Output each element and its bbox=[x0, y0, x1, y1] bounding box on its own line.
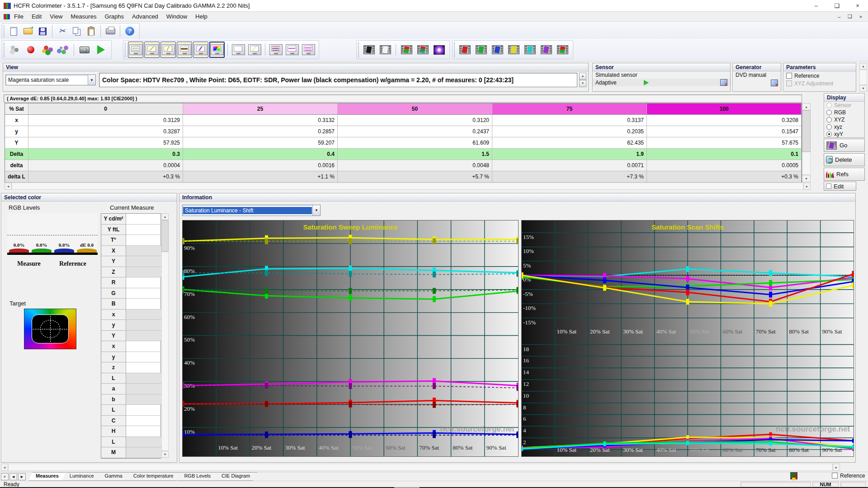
radio-icon[interactable] bbox=[826, 124, 832, 130]
go-button[interactable]: Go bbox=[824, 139, 865, 152]
view-magenta-lines-button[interactable] bbox=[301, 42, 316, 58]
view-cie-diagram-button[interactable] bbox=[209, 42, 225, 58]
table-cell[interactable]: 0.3137 bbox=[492, 115, 647, 126]
tab-cie-diagram[interactable]: CIE Diagram bbox=[214, 472, 257, 481]
column-header-0[interactable]: 0 bbox=[28, 103, 183, 115]
scroll-up-icon[interactable]: ▲ bbox=[161, 213, 169, 220]
measure-red-primary-button[interactable] bbox=[23, 42, 38, 58]
table-cell[interactable]: +7.3 % bbox=[492, 171, 647, 183]
view-selector[interactable]: Magenta saturation scale ▼ bbox=[5, 75, 96, 85]
mdi-close-button[interactable]: × bbox=[855, 13, 866, 21]
tab-next-button[interactable]: ► bbox=[18, 473, 26, 480]
new-file-button[interactable] bbox=[7, 24, 20, 38]
sensor-configure-icon[interactable] bbox=[720, 79, 727, 86]
scroll-right-icon[interactable]: ► bbox=[803, 183, 811, 190]
measure-black-level-button[interactable] bbox=[361, 42, 377, 58]
reference-checkbox[interactable] bbox=[786, 73, 792, 79]
table-cell[interactable]: 0.1 bbox=[647, 149, 802, 160]
table-cell[interactable]: 0.0048 bbox=[338, 160, 492, 171]
table-cell[interactable]: 0.0071 bbox=[492, 160, 647, 171]
print-button[interactable] bbox=[104, 24, 117, 38]
menu-view[interactable]: View bbox=[46, 12, 66, 21]
column-header-50[interactable]: 50 bbox=[338, 103, 492, 115]
table-cell[interactable]: 0.2035 bbox=[492, 126, 647, 137]
table-cell[interactable]: 62.435 bbox=[492, 137, 647, 149]
column-header-100[interactable]: 100 bbox=[647, 103, 802, 115]
radio-icon[interactable] bbox=[826, 117, 832, 122]
view-rgb-levels-button[interactable] bbox=[193, 42, 208, 58]
reference-toggle[interactable]: Reference bbox=[832, 473, 865, 479]
view-luminance-button[interactable] bbox=[144, 42, 160, 58]
measure-green-scale-button[interactable] bbox=[473, 42, 489, 58]
edit-button[interactable]: Edit bbox=[824, 182, 856, 191]
refs-button[interactable]: Refs bbox=[824, 168, 865, 181]
table-cell[interactable]: +1.1 % bbox=[183, 171, 338, 183]
table-cell[interactable]: 0.3287 bbox=[28, 126, 183, 137]
view-linear-scale-button[interactable] bbox=[247, 42, 262, 58]
radio-xyy[interactable]: xyY bbox=[824, 131, 864, 138]
table-vertical-scrollbar[interactable]: ▲ ▼ bbox=[802, 103, 811, 182]
measure-primaries-button[interactable] bbox=[399, 42, 414, 58]
graph-type-selector[interactable]: Saturation Luminance - Shift ▼ bbox=[182, 205, 321, 216]
save-file-button[interactable] bbox=[36, 24, 49, 38]
delete-button[interactable]: Delete bbox=[824, 153, 865, 166]
table-cell[interactable]: 0.0005 bbox=[647, 160, 802, 171]
tab-gamma[interactable]: Gamma bbox=[98, 472, 130, 481]
measure-saturations-button[interactable] bbox=[39, 42, 55, 58]
measure-blue-scale-button[interactable] bbox=[490, 42, 505, 58]
radio-rgb[interactable]: RGB bbox=[824, 109, 864, 116]
table-cell[interactable]: +0.3 % bbox=[28, 171, 183, 183]
view-magenta-curve-button[interactable] bbox=[284, 42, 300, 58]
table-cell[interactable]: 0.2437 bbox=[338, 126, 492, 137]
measure-yellow-scale-button[interactable] bbox=[506, 42, 521, 58]
table-cell[interactable]: 0.3120 bbox=[338, 115, 492, 126]
table-cell[interactable]: 0.4 bbox=[183, 149, 338, 160]
scroll-right-icon[interactable]: ► bbox=[833, 464, 840, 471]
scroll-down-icon[interactable]: ▼ bbox=[802, 175, 811, 182]
table-cell[interactable]: 0.3129 bbox=[28, 115, 183, 126]
about-help-button[interactable] bbox=[123, 24, 137, 38]
measure-contrast-button[interactable] bbox=[431, 42, 447, 58]
radio-icon[interactable] bbox=[826, 131, 832, 137]
open-file-button[interactable] bbox=[21, 24, 35, 38]
spinner-down-icon[interactable]: ▼ bbox=[579, 80, 586, 87]
tab-measures[interactable]: Measures bbox=[28, 472, 66, 481]
table-cell[interactable]: 1.9 bbox=[492, 149, 647, 160]
table-horizontal-scrollbar[interactable]: ◄ ► bbox=[5, 183, 811, 190]
table-cell[interactable]: 0.2857 bbox=[183, 126, 338, 137]
table-cell[interactable]: 0.3208 bbox=[647, 115, 802, 126]
controlbar-scrollbar[interactable]: ▲ ▼ bbox=[859, 63, 867, 92]
radio-sensor[interactable]: Sensor bbox=[824, 102, 864, 109]
scroll-down-icon[interactable]: ▼ bbox=[161, 451, 169, 458]
column-header-25[interactable]: 25 bbox=[183, 103, 338, 115]
table-cell[interactable]: 57.925 bbox=[28, 137, 183, 149]
minimize-button[interactable]: – bbox=[806, 0, 826, 11]
tab-prev-button[interactable]: ◄ bbox=[9, 473, 17, 480]
scroll-left-icon[interactable]: ◄ bbox=[5, 183, 12, 190]
paste-button[interactable] bbox=[84, 24, 98, 38]
generator-configure-icon[interactable] bbox=[771, 80, 778, 86]
table-cell[interactable]: 59.207 bbox=[183, 137, 338, 149]
tab-close-button[interactable]: × bbox=[1, 473, 9, 480]
table-cell[interactable]: 61.609 bbox=[338, 137, 492, 149]
measure-secondaries-button[interactable] bbox=[415, 42, 430, 58]
cut-button[interactable] bbox=[55, 24, 69, 38]
tab-color-temperature[interactable]: Color temperature bbox=[126, 472, 181, 481]
bottom-horizontal-scrollbar[interactable]: ◄ ► bbox=[1, 464, 840, 471]
reference-checkbox[interactable] bbox=[832, 473, 838, 479]
scroll-left-icon[interactable]: ◄ bbox=[1, 464, 8, 471]
table-cell[interactable]: 0.0004 bbox=[28, 160, 183, 171]
column-header-75[interactable]: 75 bbox=[492, 103, 647, 115]
table-cell[interactable]: 57.675 bbox=[647, 137, 802, 149]
measure-red-scale-button[interactable] bbox=[457, 42, 472, 58]
menu-edit[interactable]: Edit bbox=[28, 12, 46, 21]
table-cell[interactable]: 1.5 bbox=[338, 149, 492, 160]
view-color-temperature-button[interactable] bbox=[177, 42, 192, 58]
close-button[interactable]: × bbox=[847, 0, 868, 11]
radio-xyz[interactable]: xyz bbox=[824, 123, 864, 131]
measure-cyan-scale-button[interactable] bbox=[522, 42, 538, 58]
view-free-measures-button[interactable] bbox=[231, 42, 246, 58]
spinner-up-icon[interactable]: ▲ bbox=[579, 73, 586, 80]
menu-measures[interactable]: Measures bbox=[66, 12, 100, 21]
menu-help[interactable]: Help bbox=[191, 12, 212, 21]
